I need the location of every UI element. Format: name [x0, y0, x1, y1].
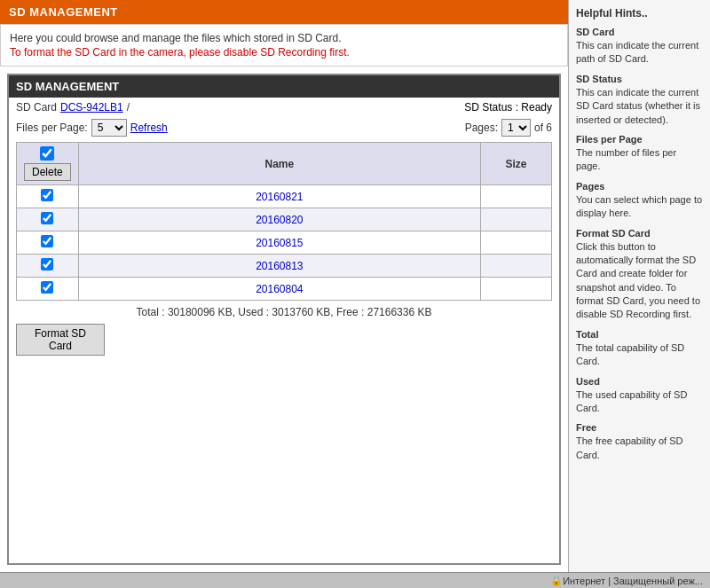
hint-section-heading: Files per Page	[576, 134, 703, 145]
sd-management-section: SD MANAGEMENT SD Card DCS-942LB1 / SD St…	[7, 74, 561, 565]
row-checkbox[interactable]	[41, 235, 53, 247]
sd-card-row: SD Card DCS-942LB1 / SD Status : Ready	[9, 98, 559, 114]
hint-section-body: This can indicate the current SD Card st…	[576, 86, 703, 127]
page-header: SD MANAGEMENT	[0, 0, 568, 24]
warning-line1: Here you could browse and manage the fil…	[10, 32, 558, 44]
file-name-cell: 20160820	[78, 208, 480, 231]
hint-section-body: The free capability of SD Card.	[576, 435, 703, 462]
hint-section-body: You can select which page to display her…	[576, 193, 703, 221]
file-name-cell: 20160815	[78, 231, 480, 255]
warning-box: Here you could browse and manage the fil…	[0, 24, 568, 67]
size-column-header: Size	[481, 143, 552, 185]
file-link[interactable]: 20160821	[256, 191, 303, 203]
of-label: of 6	[534, 122, 552, 134]
hints-title: Helpful Hints..	[576, 7, 703, 20]
row-checkbox[interactable]	[41, 189, 53, 201]
controls-right: Pages: 1 2 3 4 5 6 of 6	[465, 119, 552, 137]
file-size-cell	[481, 278, 552, 301]
format-sd-card-button[interactable]: Format SD Card	[16, 324, 105, 356]
file-name-cell: 20160804	[78, 278, 480, 301]
table-row: 20160821	[17, 185, 552, 208]
sd-card-link[interactable]: DCS-942LB1	[60, 101, 123, 114]
delete-button[interactable]: Delete	[24, 163, 71, 181]
row-checkbox-cell	[17, 231, 79, 255]
sd-card-label: SD Card	[16, 101, 57, 114]
row-checkbox[interactable]	[41, 281, 53, 294]
file-size-cell	[481, 255, 552, 278]
hint-section-body: This can indicate the current path of SD…	[576, 39, 703, 67]
file-link[interactable]: 20160815	[256, 237, 303, 249]
hint-section-body: Click this button to automatically forma…	[576, 240, 703, 322]
file-name-cell: 20160821	[78, 185, 480, 208]
hint-section-heading: Format SD Card	[576, 228, 703, 239]
files-per-page-label: Files per Page:	[16, 122, 88, 134]
row-checkbox-cell	[17, 185, 79, 208]
name-column-header: Name	[78, 143, 480, 185]
refresh-link[interactable]: Refresh	[130, 122, 168, 134]
row-checkbox[interactable]	[41, 258, 53, 270]
hint-section-body: The used capability of SD Card.	[576, 388, 703, 416]
hint-section-heading: SD Status	[576, 74, 703, 84]
header-checkbox-cell: Delete	[17, 143, 79, 185]
total-text: Total : 30180096 KB, Used : 3013760 KB, …	[137, 306, 432, 318]
status-bar-icon: 🔒	[550, 575, 563, 586]
file-link[interactable]: 20160804	[256, 283, 303, 295]
sd-status-text: SD Status : Ready	[464, 101, 552, 114]
controls-row: Files per Page: 5 10 20 Refresh Pages: 1…	[9, 114, 559, 142]
pages-select[interactable]: 1 2 3 4 5 6	[501, 119, 531, 137]
row-checkbox[interactable]	[41, 212, 53, 224]
hint-section-heading: SD Card	[576, 27, 703, 37]
hint-section-body: The total capability of SD Card.	[576, 341, 703, 369]
table-header-row: Delete Name Size	[17, 143, 552, 185]
hint-section-heading: Used	[576, 376, 703, 387]
table-row: 20160820	[17, 208, 552, 231]
sd-card-info: SD Card DCS-942LB1 /	[16, 101, 130, 114]
table-row: 20160804	[17, 278, 552, 301]
page-title: SD MANAGEMENT	[9, 5, 118, 19]
row-checkbox-cell	[17, 278, 79, 301]
file-name-cell: 20160813	[78, 255, 480, 278]
pages-label: Pages:	[465, 122, 498, 134]
hint-section-heading: Free	[576, 422, 703, 433]
hint-section-heading: Total	[576, 329, 703, 340]
table-row: 20160813	[17, 255, 552, 278]
row-checkbox-cell	[17, 255, 79, 278]
sd-card-separator: /	[127, 101, 130, 114]
row-checkbox-cell	[17, 208, 79, 231]
table-row: 20160815	[17, 231, 552, 255]
file-link[interactable]: 20160813	[256, 260, 303, 272]
warning-line2: To format the SD Card in the camera, ple…	[10, 46, 558, 59]
controls-left: Files per Page: 5 10 20 Refresh	[16, 119, 168, 137]
file-size-cell	[481, 185, 552, 208]
select-all-checkbox[interactable]	[40, 146, 54, 161]
hint-section-body: The number of files per page.	[576, 146, 703, 174]
hints-container: SD CardThis can indicate the current pat…	[576, 27, 703, 462]
hint-section-heading: Pages	[576, 181, 703, 192]
file-rows-body: 2016082120160820201608152016081320160804	[17, 185, 552, 301]
status-bar-text: Интернет | Защищенный реж...	[563, 576, 703, 586]
hints-panel: Helpful Hints.. SD CardThis can indicate…	[568, 0, 710, 572]
section-title: SD MANAGEMENT	[9, 75, 559, 98]
status-bar: 🔒 Интернет | Защищенный реж...	[0, 572, 710, 588]
file-link[interactable]: 20160820	[256, 214, 303, 226]
files-per-page-select[interactable]: 5 10 20	[91, 119, 127, 137]
total-row: Total : 30180096 KB, Used : 3013760 KB, …	[9, 301, 559, 324]
file-size-cell	[481, 231, 552, 255]
files-table: Delete Name Size 20160821201608202016081…	[16, 142, 552, 301]
sd-status: SD Status : Ready	[464, 101, 552, 114]
file-size-cell	[481, 208, 552, 231]
